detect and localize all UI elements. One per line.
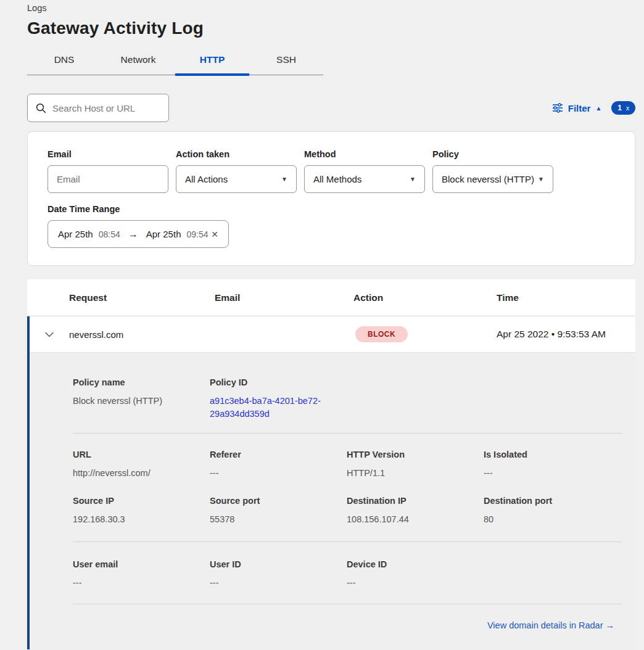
detail-http-version: HTTP Version HTTP/1.1 [347, 450, 484, 480]
source-ip-value: 192.168.30.3 [73, 513, 210, 526]
caret-down-icon: ▼ [281, 176, 287, 183]
ip-section: Source IP 192.168.30.3 Source port 55378… [73, 496, 622, 526]
expanded-row-group: neverssl.com BLOCK Apr 25 2022 • 9:53:53… [27, 316, 635, 649]
method-filter-select[interactable]: All Methods ▼ [304, 165, 425, 193]
caret-down-icon: ▼ [410, 176, 416, 183]
filter-lines-icon [552, 103, 563, 113]
referer-label: Referer [210, 450, 347, 459]
http-version-label: HTTP Version [347, 450, 484, 459]
tab-dns[interactable]: DNS [27, 47, 101, 75]
filter-field-policy: Policy Block neverssl (HTTP) ▼ [432, 149, 553, 193]
search-box[interactable] [27, 94, 169, 122]
caret-down-icon: ▼ [538, 176, 544, 183]
end-time[interactable]: 09:54 [186, 229, 208, 239]
row-expander[interactable] [30, 332, 69, 337]
filter-count: 1 [617, 104, 622, 112]
filter-label[interactable]: Filter [568, 103, 591, 113]
filter-toggle[interactable]: Filter ▲ 1 x [552, 101, 635, 115]
detail-is-isolated: Is Isolated --- [484, 450, 621, 480]
is-isolated-value: --- [484, 467, 621, 480]
tab-network[interactable]: Network [101, 47, 175, 75]
page-title: Gateway Activity Log [27, 19, 635, 38]
section-divider [73, 541, 622, 542]
source-port-value: 55378 [210, 513, 347, 526]
detail-destination-ip: Destination IP 108.156.107.44 [347, 496, 484, 526]
date-range-picker[interactable]: Apr 25th 08:54 → Apr 25th 09:54 ✕ [47, 220, 229, 248]
chevron-down-icon[interactable] [45, 332, 54, 337]
row-time: Apr 25 2022 • 9:53:53 AM [497, 329, 635, 340]
caret-up-icon: ▲ [595, 105, 601, 112]
tab-http[interactable]: HTTP [175, 47, 249, 75]
radar-link[interactable]: View domain details in Radar → [487, 620, 614, 630]
row-request: neverssl.com [69, 329, 215, 340]
referer-value: --- [210, 467, 347, 480]
detail-user-id: User ID --- [210, 559, 347, 590]
url-label: URL [73, 450, 210, 459]
url-value: http://neverssl.com/ [73, 467, 210, 480]
device-id-label: Device ID [347, 559, 484, 569]
destination-port-value: 80 [484, 513, 621, 526]
policy-section: Policy name Block neverssl (HTTP) Policy… [73, 377, 622, 421]
radar-link-row: View domain details in Radar → [73, 604, 622, 630]
action-filter-select[interactable]: All Actions ▼ [176, 165, 297, 193]
close-icon[interactable]: ✕ [211, 229, 218, 239]
section-divider [73, 433, 622, 434]
policy-id-link[interactable]: a91c3eb4-ba7a-4201-be72-29a934dd359d [210, 395, 324, 421]
device-id-value: --- [347, 577, 484, 590]
filter-grid: Email Action taken All Actions ▼ Method … [47, 149, 615, 193]
tab-ssh[interactable]: SSH [249, 47, 323, 75]
end-date[interactable]: Apr 25th [146, 229, 181, 239]
policy-id-label: Policy ID [210, 377, 347, 387]
is-isolated-label: Is Isolated [484, 450, 621, 459]
detail-source-port: Source port 55378 [210, 496, 347, 526]
detail-empty-cell [484, 559, 621, 590]
user-email-value: --- [73, 577, 210, 590]
action-filter-value: All Actions [185, 174, 228, 184]
col-header-action: Action [353, 292, 497, 303]
filter-field-method: Method All Methods ▼ [304, 149, 425, 193]
action-filter-label: Action taken [176, 149, 297, 159]
date-range-section: Date Time Range Apr 25th 08:54 → Apr 25t… [47, 204, 615, 248]
col-header-request: Request [69, 292, 215, 303]
col-header-time: Time [497, 292, 635, 303]
policy-name-label: Policy name [73, 377, 210, 387]
policy-filter-label: Policy [432, 149, 553, 159]
filter-clear-x[interactable]: x [626, 105, 629, 112]
col-header-email: Email [215, 292, 353, 303]
source-port-label: Source port [210, 496, 347, 506]
filter-field-email: Email [47, 149, 168, 193]
filter-count-badge[interactable]: 1 x [611, 101, 635, 115]
user-email-label: User email [73, 559, 210, 569]
table-row[interactable]: neverssl.com BLOCK Apr 25 2022 • 9:53:53… [30, 316, 635, 353]
row-details-panel: Policy name Block neverssl (HTTP) Policy… [30, 353, 635, 649]
user-section: User email --- User ID --- Device ID --- [73, 559, 622, 590]
detail-policy-id: Policy ID a91c3eb4-ba7a-4201-be72-29a934… [210, 377, 347, 421]
table-header-row: Request Email Action Time [27, 279, 635, 316]
detail-source-ip: Source IP 192.168.30.3 [73, 496, 210, 526]
destination-port-label: Destination port [484, 496, 621, 506]
detail-destination-port: Destination port 80 [484, 496, 621, 526]
email-filter-input[interactable] [47, 165, 168, 193]
detail-policy-name: Policy name Block neverssl (HTTP) [73, 377, 210, 421]
row-action: BLOCK [353, 326, 497, 342]
log-table: Request Email Action Time neverssl.com B… [27, 279, 635, 649]
policy-filter-select[interactable]: Block neverssl (HTTP) ▼ [432, 165, 553, 193]
method-filter-value: All Methods [313, 174, 361, 184]
user-id-label: User ID [210, 559, 347, 569]
method-filter-label: Method [304, 149, 425, 159]
arrow-right-icon: → [128, 229, 138, 240]
block-status-badge: BLOCK [355, 326, 408, 342]
start-time[interactable]: 08:54 [99, 229, 120, 239]
policy-name-value: Block neverssl (HTTP) [73, 395, 210, 408]
search-icon [36, 103, 46, 113]
start-date[interactable]: Apr 25th [58, 229, 93, 239]
filter-panel: Email Action taken All Actions ▼ Method … [27, 131, 635, 266]
search-input[interactable] [52, 103, 160, 113]
source-ip-label: Source IP [73, 496, 210, 506]
destination-ip-value: 108.156.107.44 [347, 513, 484, 526]
filter-field-action: Action taken All Actions ▼ [176, 149, 297, 193]
http-version-value: HTTP/1.1 [347, 467, 484, 480]
http-section: URL http://neverssl.com/ Referer --- HTT… [73, 450, 622, 480]
detail-url: URL http://neverssl.com/ [73, 450, 210, 480]
breadcrumb[interactable]: Logs [27, 0, 635, 13]
